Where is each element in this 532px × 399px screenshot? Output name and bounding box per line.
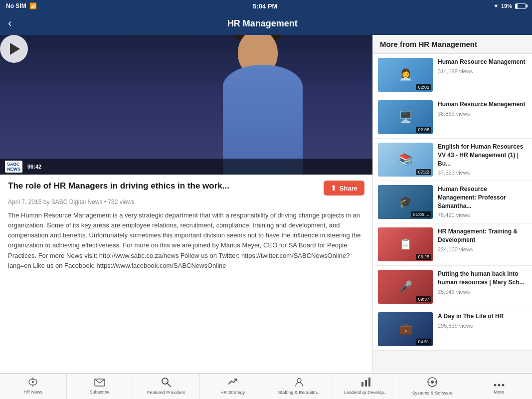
sabc-logo: SABCNEWS <box>5 161 22 173</box>
video-meta: April 7, 2015 by SABC Digital News • 782… <box>8 199 364 205</box>
video-item-title: A Day in The Life of HR <box>438 312 527 321</box>
video-item-views: 205,839 views <box>438 323 527 329</box>
video-description: The Human Resource Management is a very … <box>8 210 364 271</box>
tab-bar: HR NewsSubscribeFeatured ProvidersHR Str… <box>0 373 532 399</box>
video-list: 👩‍💼02:02Human Resource Management314,199… <box>373 54 532 351</box>
tab-icon-4 <box>294 377 304 390</box>
video-item-views: 314,199 views <box>438 68 527 74</box>
thumb-duration-label: 01:05:... <box>411 211 431 217</box>
main-content: SABCNEWS 06:42 The role of HR Managers i… <box>0 35 532 373</box>
tab-item-6[interactable]: Systems & Software <box>399 374 466 399</box>
video-list-item[interactable]: 📋06:25HR Management: Training & Developm… <box>373 223 532 266</box>
svg-point-15 <box>494 384 496 387</box>
video-thumbnail: 🎤09:37 <box>378 270 433 304</box>
tab-label-3: HR Strategy <box>220 391 245 396</box>
share-button[interactable]: ⬆ Share <box>324 181 364 196</box>
thumb-duration-label: 06:25 <box>416 254 431 260</box>
video-item-title: Putting the human back into human resour… <box>438 270 527 287</box>
battery-level: 19% <box>501 3 512 9</box>
video-item-info: English for Human Resources VV 43 - HR M… <box>438 143 527 177</box>
svg-rect-8 <box>361 382 363 387</box>
tab-item-3[interactable]: HR Strategy <box>200 374 267 399</box>
video-item-views: 37,523 views <box>438 170 527 176</box>
video-counter: 06:42 <box>27 164 41 170</box>
bluetooth-icon: ✦ <box>494 3 498 9</box>
play-button[interactable] <box>0 35 28 63</box>
tab-item-4[interactable]: Staffing & Recruitm... <box>266 374 333 399</box>
video-title: The role of HR Managers in driving ethic… <box>8 181 318 192</box>
tab-item-7[interactable]: More <box>466 374 532 399</box>
left-panel: SABCNEWS 06:42 The role of HR Managers i… <box>0 35 372 373</box>
thumb-duration-label: 07:22 <box>416 169 431 175</box>
video-item-title: Human Resource Management <box>438 100 527 109</box>
video-item-title: HR Management: Training & Development <box>438 227 527 244</box>
video-thumbnail: 💼04:51 <box>378 312 433 346</box>
tab-item-5[interactable]: Leadership Develop... <box>333 374 400 399</box>
battery-icon <box>515 3 526 9</box>
video-list-item[interactable]: 📚07:22English for Human Resources VV 43 … <box>373 139 532 181</box>
svg-point-17 <box>502 384 504 387</box>
video-item-info: Human Resource Management314,199 views <box>438 58 527 92</box>
video-list-item[interactable]: 🎓01:05:...Human Resource Management: Pro… <box>373 181 532 223</box>
status-bar: No SIM 📶 5:04 PM ✦ 19% <box>0 0 532 12</box>
tab-icon-6 <box>427 377 438 390</box>
video-scene: SABCNEWS 06:42 <box>0 35 372 175</box>
video-item-info: Putting the human back into human resour… <box>438 270 527 304</box>
svg-point-12 <box>431 381 434 384</box>
tab-item-1[interactable]: Subscribe <box>67 374 134 399</box>
status-right: ✦ 19% <box>494 3 526 9</box>
video-item-info: Human Resource Management: Professor Sam… <box>438 185 527 219</box>
video-list-item[interactable]: 🖥️02:06Human Resource Management38,869 v… <box>373 96 532 139</box>
carrier-label: No SIM <box>6 2 26 9</box>
video-item-views: 76,420 views <box>438 212 527 218</box>
share-icon: ⬆ <box>331 184 337 192</box>
video-item-title: Human Resource Management: Professor Sam… <box>438 185 527 210</box>
thumb-duration-label: 02:02 <box>416 84 431 90</box>
svg-point-13 <box>435 382 437 383</box>
share-label: Share <box>340 185 357 192</box>
video-item-title: Human Resource Management <box>438 58 527 66</box>
video-item-info: Human Resource Management38,869 views <box>438 100 527 134</box>
video-item-views: 35,046 views <box>438 289 527 295</box>
video-list-item[interactable]: 💼04:51A Day in The Life of HR205,839 vie… <box>373 308 532 351</box>
wifi-icon: 📶 <box>29 2 37 9</box>
svg-point-14 <box>428 382 430 383</box>
tab-item-2[interactable]: Featured Providers <box>133 374 200 399</box>
video-thumbnail: 📚07:22 <box>378 143 433 177</box>
video-item-title: English for Human Resources VV 43 - HR M… <box>438 143 527 168</box>
tab-icon-1 <box>94 378 105 389</box>
video-list-item[interactable]: 🎤09:37Putting the human back into human … <box>373 266 532 308</box>
news-ticker: SABCNEWS 06:42 <box>0 159 372 175</box>
svg-point-7 <box>297 379 301 383</box>
tab-label-7: More <box>494 390 504 395</box>
video-item-views: 38,869 views <box>438 111 527 117</box>
video-item-info: HR Management: Training & Development224… <box>438 227 527 261</box>
tab-icon-2 <box>161 377 171 390</box>
anchor-silhouette <box>218 50 308 175</box>
tab-icon-7 <box>494 378 505 389</box>
svg-line-6 <box>168 384 171 387</box>
svg-rect-10 <box>368 378 370 387</box>
video-thumbnail: 🖥️02:06 <box>378 100 433 134</box>
tab-label-2: Featured Providers <box>147 391 185 396</box>
tab-icon-3 <box>228 377 238 390</box>
tab-icon-5 <box>361 377 371 390</box>
status-left: No SIM 📶 <box>6 2 37 9</box>
back-button[interactable]: ‹ <box>8 17 11 30</box>
video-title-row: The role of HR Managers in driving ethic… <box>8 181 364 196</box>
video-item-info: A Day in The Life of HR205,839 views <box>438 312 527 346</box>
thumb-duration-label: 04:51 <box>416 339 431 345</box>
nav-bar: ‹ HR Management <box>0 12 532 35</box>
tab-label-1: Subscribe <box>90 390 110 395</box>
svg-point-5 <box>162 378 168 384</box>
tab-label-0: HR News <box>23 390 42 395</box>
page-title: HR Management <box>19 18 505 29</box>
video-thumbnail: 🎓01:05:... <box>378 185 433 219</box>
video-player[interactable]: SABCNEWS 06:42 <box>0 35 372 175</box>
status-time: 5:04 PM <box>253 2 277 10</box>
tab-label-5: Leadership Develop... <box>344 391 388 396</box>
thumb-duration-label: 02:06 <box>416 127 431 133</box>
video-item-views: 224,100 views <box>438 246 527 252</box>
video-list-item[interactable]: 👩‍💼02:02Human Resource Management314,199… <box>373 54 532 96</box>
tab-item-0[interactable]: HR News <box>0 374 67 399</box>
